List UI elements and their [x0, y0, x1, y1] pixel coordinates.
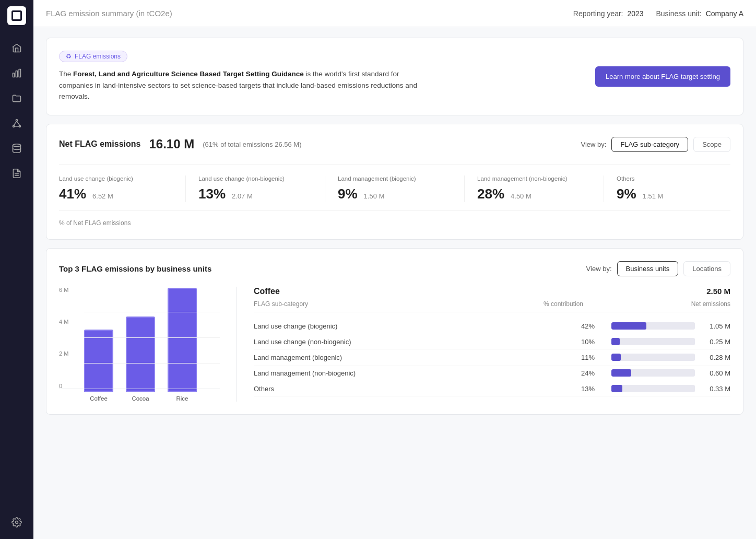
viewby-flag-subcategory-btn[interactable]: FLAG sub-category — [611, 137, 688, 152]
gridlines — [84, 287, 220, 389]
emission-val-2: 2.07 M — [232, 192, 253, 200]
emission-label-5: Others — [617, 175, 730, 182]
sidebar-item-database[interactable] — [6, 138, 27, 159]
emission-pct-3: 9% — [338, 186, 358, 202]
sidebar-item-folder[interactable] — [6, 88, 27, 109]
bar-chart: 6 M 4 M 2 M 0 Coffe — [59, 287, 237, 402]
recycle-icon: ♻ — [66, 53, 72, 60]
breakdown-pct-3: 11% — [581, 354, 607, 361]
breakdown-row-1: Land use change (biogenic) 42% 1.05 M — [254, 319, 730, 334]
breakdown-val-4: 0.60 M — [699, 369, 730, 377]
sidebar-item-settings[interactable] — [6, 512, 27, 533]
top3-body: 6 M 4 M 2 M 0 Coffe — [59, 287, 730, 402]
emission-val-4: 4.50 M — [511, 192, 531, 200]
bar-label-cocoa: Cocoa — [132, 395, 149, 402]
net-flag-header: Net FLAG emissions 16.10 M (61% of total… — [59, 137, 730, 152]
sidebar-item-analytics[interactable] — [6, 63, 27, 84]
sidebar-item-home[interactable] — [6, 38, 27, 58]
breakdown-pct-4: 24% — [581, 369, 607, 377]
bar-y-labels: 6 M 4 M 2 M 0 — [59, 287, 68, 389]
net-flag-value: 16.10 M — [149, 137, 194, 151]
breakdown-name-5: Others — [254, 385, 581, 393]
net-flag-subtitle: (61% of total emissions 26.56 M) — [203, 140, 301, 148]
breakdown-row-5: Others 13% 0.33 M — [254, 381, 730, 397]
emission-item-4: Land management (non-biogenic) 28% 4.50 … — [477, 175, 604, 202]
breakdown-name-1: Land use change (biogenic) — [254, 322, 581, 330]
breakdown-bar-container-2 — [611, 338, 695, 345]
top3-card: Top 3 FLAG emissions by business units V… — [46, 248, 743, 415]
top3-viewby: View by: Business units Locations — [586, 261, 730, 276]
breakdown-name-3: Land management (biogenic) — [254, 354, 581, 361]
breakdown-pct-5: 13% — [581, 385, 607, 393]
breakdown-total: 2.50 M — [706, 287, 730, 296]
sidebar-item-document[interactable] — [6, 163, 27, 184]
sidebar-item-network[interactable] — [6, 113, 27, 134]
net-flag-title: Net FLAG emissions — [59, 139, 140, 149]
svg-rect-1 — [16, 71, 17, 77]
bar-label-rice: Rice — [176, 395, 188, 402]
breakdown-row-3: Land management (biogenic) 11% 0.28 M — [254, 350, 730, 366]
bar-label-coffee: Coffee — [90, 395, 108, 402]
banner-text-section: ♻ FLAG emissions The Forest, Land and Ag… — [59, 51, 424, 102]
breakdown-panel: Coffee 2.50 M FLAG sub-category % contri… — [237, 287, 730, 402]
main-content: FLAG emission summary (in tCO2e) Reporti… — [33, 0, 756, 539]
svg-rect-2 — [19, 69, 20, 77]
banner-description: The Forest, Land and Agriculture Science… — [59, 68, 424, 102]
breakdown-bar-container-1 — [611, 322, 695, 330]
emission-label-3: Land management (biogenic) — [338, 175, 452, 182]
breakdown-pct-2: 10% — [581, 338, 607, 346]
breakdown-bar-container-5 — [611, 385, 695, 392]
breakdown-val-1: 1.05 M — [699, 322, 730, 330]
breakdown-bar-fill-4 — [611, 369, 631, 377]
svg-point-12 — [16, 521, 18, 524]
emission-pct-5: 9% — [617, 186, 636, 202]
breakdown-title: Coffee — [254, 287, 280, 296]
breakdown-pct-1: 42% — [581, 322, 607, 330]
emission-pct-2: 13% — [198, 186, 226, 202]
viewby-locations-btn[interactable]: Locations — [683, 261, 730, 276]
viewby-scope-btn[interactable]: Scope — [693, 137, 730, 152]
svg-line-6 — [14, 121, 17, 125]
info-banner: ♻ FLAG emissions The Forest, Land and Ag… — [46, 38, 743, 115]
emission-val-3: 1.50 M — [364, 192, 385, 200]
breakdown-val-2: 0.25 M — [699, 338, 730, 346]
bar-chart-area: 6 M 4 M 2 M 0 Coffe — [59, 287, 220, 402]
net-flag-viewby: View by: FLAG sub-category Scope — [581, 137, 731, 152]
breakdown-column-headers: FLAG sub-category % contribution Net emi… — [254, 300, 730, 312]
breakdown-bar-container-3 — [611, 354, 695, 361]
breakdown-val-3: 0.28 M — [699, 354, 730, 361]
emission-label-1: Land use change (biogenic) — [59, 175, 173, 182]
emission-item-2: Land use change (non-biogenic) 13% 2.07 … — [198, 175, 325, 202]
emission-item-5: Others 9% 1.51 M — [617, 175, 730, 202]
emission-label-2: Land use change (non-biogenic) — [198, 175, 312, 182]
top-bar-meta: Reporting year: 2023 Business unit: Comp… — [573, 9, 743, 18]
emission-pct-1: 41% — [59, 186, 86, 202]
learn-more-button[interactable]: Learn more about FLAG target setting — [595, 66, 730, 87]
breakdown-val-5: 0.33 M — [699, 385, 730, 393]
net-flag-card: Net FLAG emissions 16.10 M (61% of total… — [46, 124, 743, 240]
breakdown-header: Coffee 2.50 M — [254, 287, 730, 296]
breakdown-row-4: Land management (non-biogenic) 24% 0.60 … — [254, 366, 730, 381]
col-contribution-label: % contribution — [542, 300, 584, 308]
breakdown-bar-container-4 — [611, 369, 695, 377]
page-title: FLAG emission summary (in tCO2e) — [46, 9, 172, 18]
flag-emissions-badge: ♻ FLAG emissions — [59, 51, 127, 62]
col-bar-spacer — [584, 300, 689, 308]
emission-pct-4: 28% — [477, 186, 504, 202]
breakdown-row-2: Land use change (non-biogenic) 10% 0.25 … — [254, 334, 730, 350]
emission-item-3: Land management (biogenic) 9% 1.50 M — [338, 175, 465, 202]
emission-val-5: 1.51 M — [643, 192, 664, 200]
svg-line-7 — [17, 121, 20, 125]
breakdown-bar-fill-2 — [611, 338, 620, 345]
top3-title: Top 3 FLAG emissions by business units — [59, 264, 211, 273]
app-logo[interactable] — [7, 6, 26, 25]
viewby-business-units-btn[interactable]: Business units — [617, 261, 679, 276]
breakdown-bar-fill-5 — [611, 385, 622, 392]
emission-val-1: 6.52 M — [92, 192, 113, 200]
svg-point-9 — [13, 144, 21, 147]
breakdown-bar-fill-1 — [611, 322, 646, 330]
sidebar — [0, 0, 33, 539]
breakdown-bar-fill-3 — [611, 354, 621, 361]
col-subcategory-label: FLAG sub-category — [254, 300, 542, 308]
emission-label-4: Land management (non-biogenic) — [477, 175, 591, 182]
